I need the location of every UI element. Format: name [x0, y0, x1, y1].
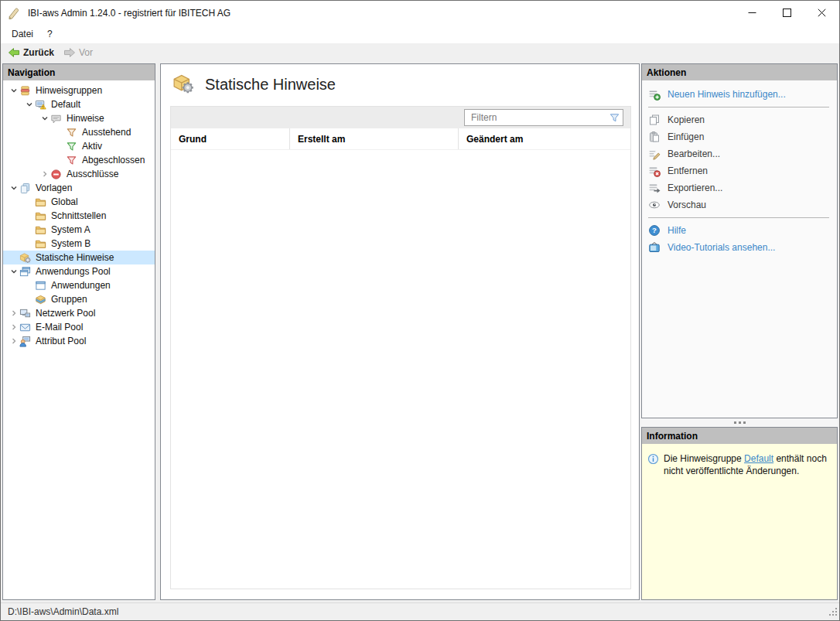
maximize-button[interactable]	[770, 1, 804, 25]
forward-button[interactable]: Vor	[60, 45, 97, 60]
navigation-tree: HinweisgruppenDefaultHinweiseAusstehendA…	[3, 80, 155, 599]
tree-item-label: System A	[50, 224, 90, 235]
chevron-down-icon[interactable]	[8, 183, 19, 193]
action-bearbeiten[interactable]: Bearbeiten...	[648, 145, 831, 162]
chevron-down-icon[interactable]	[39, 113, 50, 124]
tree-item-statische-hinweise[interactable]: Statische Hinweise	[3, 251, 155, 264]
tree-item-label: Anwendungen	[50, 280, 111, 291]
action-label: Neuen Hinweis hinzufügen...	[668, 89, 786, 100]
main-header: Statische Hinweise	[161, 64, 639, 97]
tree-item-system-b[interactable]: System B	[3, 237, 155, 251]
tree-item-e-mail-pool[interactable]: E-Mail Pool	[3, 320, 155, 334]
video-icon	[648, 241, 661, 254]
tree-item-aktiv[interactable]: Aktiv	[3, 139, 155, 153]
tree-item-label: Vorlagen	[34, 183, 72, 193]
back-button[interactable]: Zurück	[4, 45, 58, 60]
tree-item-label: Attribut Pool	[34, 336, 86, 346]
back-arrow-icon	[8, 46, 20, 59]
tree-item-hinweisgruppen[interactable]: Hinweisgruppen	[3, 84, 155, 97]
static-notices-icon	[19, 251, 34, 264]
action-neuen-hinweis-hinzufugen[interactable]: Neuen Hinweis hinzufügen...	[648, 86, 831, 103]
action-label: Einfügen	[668, 131, 704, 142]
chevron-right-icon[interactable]	[8, 336, 19, 346]
tree-item-default[interactable]: Default	[3, 97, 155, 111]
chevron-right-icon[interactable]	[8, 322, 19, 333]
static-notices-icon	[171, 73, 195, 97]
tree-item-global[interactable]: Global	[3, 195, 155, 209]
tree-item-label: Statische Hinweise	[34, 252, 114, 263]
action-kopieren[interactable]: Kopieren	[648, 111, 831, 128]
filter-bar	[171, 107, 630, 128]
action-label: Entfernen	[668, 165, 708, 176]
minimize-button[interactable]	[735, 1, 770, 25]
tree-item-vorlagen[interactable]: Vorlagen	[3, 181, 155, 195]
action-entfernen[interactable]: Entfernen	[648, 162, 831, 179]
tree-item-hinweise[interactable]: Hinweise	[3, 111, 155, 125]
column-header-geaendert-am[interactable]: Geändert am	[458, 128, 630, 149]
tree-item-netzwerk-pool[interactable]: Netzwerk Pool	[3, 306, 155, 320]
notices-table: Grund Erstellt am Geändert am	[170, 106, 631, 589]
preview-icon	[648, 199, 661, 211]
filter-field	[464, 109, 623, 126]
action-label: Video-Tutorials ansehen...	[668, 242, 775, 253]
folder-icon	[35, 210, 50, 222]
tree-item-ausstehend[interactable]: Ausstehend	[3, 125, 155, 139]
action-exportieren[interactable]: Exportieren...	[648, 179, 831, 196]
navigation-header: Navigation	[3, 64, 155, 80]
expander-spacer	[8, 252, 19, 263]
table-header-row: Grund Erstellt am Geändert am	[171, 128, 630, 150]
filter-pending-icon	[66, 126, 80, 138]
menu-datei[interactable]: Datei	[5, 26, 40, 43]
default-group-link[interactable]: Default	[744, 453, 773, 464]
tree-item-label: E-Mail Pool	[34, 322, 83, 333]
toolbar: Zurück Vor	[1, 43, 839, 62]
tree-item-label: Hinweise	[65, 113, 104, 124]
information-header: Information	[642, 428, 837, 444]
action-einfugen[interactable]: Einfügen	[648, 128, 831, 145]
chevron-down-icon[interactable]	[23, 99, 35, 110]
action-hilfe[interactable]: ?Hilfe	[648, 222, 831, 239]
minimize-icon	[748, 9, 756, 17]
action-video-tutorials-ansehen[interactable]: Video-Tutorials ansehen...	[648, 239, 831, 256]
help-icon: ?	[648, 224, 661, 237]
chevron-down-icon[interactable]	[8, 85, 19, 96]
tree-item-anwendungs-pool[interactable]: Anwendungs Pool	[3, 264, 155, 278]
tree-item-label: Aktiv	[80, 141, 102, 152]
close-button[interactable]	[804, 1, 839, 25]
column-header-grund[interactable]: Grund	[171, 128, 289, 149]
info-icon	[647, 453, 659, 467]
panel-splitter-handle[interactable]	[641, 418, 838, 427]
menu-help[interactable]: ?	[40, 26, 60, 43]
tree-item-ausschlusse[interactable]: Ausschlüsse	[3, 167, 155, 181]
navigation-panel: Navigation HinweisgruppenDefaultHinweise…	[2, 63, 155, 600]
tree-item-gruppen[interactable]: Gruppen	[3, 292, 155, 306]
column-header-erstellt-am[interactable]: Erstellt am	[289, 128, 458, 149]
folder-icon	[35, 237, 50, 250]
tree-item-schnittstellen[interactable]: Schnittstellen	[3, 209, 155, 223]
tree-item-label: System B	[50, 238, 90, 249]
copy-icon	[648, 114, 661, 126]
filter-funnel-icon[interactable]	[606, 112, 623, 124]
actions-separator	[648, 107, 829, 107]
tree-item-label: Hinweisgruppen	[34, 85, 102, 96]
tree-item-abgeschlossen[interactable]: Abgeschlossen	[3, 153, 155, 167]
notice-groups-icon	[19, 84, 34, 97]
chevron-down-icon[interactable]	[8, 266, 19, 277]
main-panel: Statische Hinweise Grund Erstellt am Geä…	[160, 63, 640, 600]
add-notice-icon	[648, 88, 661, 101]
actions-header: Aktionen	[642, 64, 837, 80]
tree-item-attribut-pool[interactable]: Attribut Pool	[3, 334, 155, 348]
action-vorschau[interactable]: Vorschau	[648, 196, 831, 213]
filter-input[interactable]	[465, 112, 606, 123]
filter-completed-icon	[66, 154, 80, 166]
actions-panel: Aktionen Neuen Hinweis hinzufügen...Kopi…	[641, 63, 838, 418]
paste-icon	[648, 131, 661, 143]
templates-icon	[19, 182, 34, 194]
tree-item-anwendungen[interactable]: Anwendungen	[3, 278, 155, 292]
tree-item-label: Netzwerk Pool	[34, 308, 95, 319]
chevron-right-icon[interactable]	[39, 169, 50, 179]
tree-item-system-a[interactable]: System A	[3, 223, 155, 237]
chevron-right-icon[interactable]	[8, 308, 19, 319]
resize-grip[interactable]	[828, 607, 838, 619]
svg-text:?: ?	[652, 226, 657, 234]
